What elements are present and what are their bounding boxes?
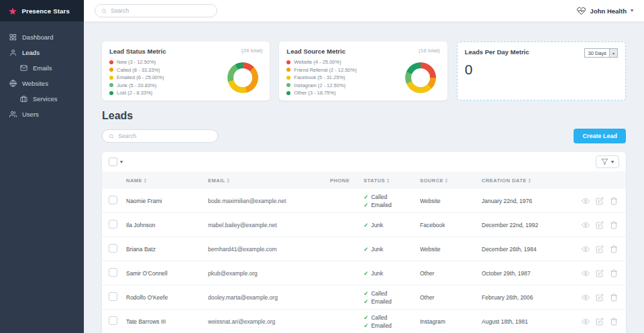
sidebar-item-services[interactable]: Services (0, 91, 84, 107)
legend-label: Emailed (6 - 25.00%) (117, 74, 164, 80)
view-icon[interactable] (582, 293, 590, 302)
column-header-status: STATUS (364, 178, 385, 184)
legend-dot (286, 91, 290, 95)
lead-status-legend: New (3 - 12.50%) Called (8 - 33.33%) Ema… (109, 59, 164, 96)
date-range-select[interactable]: 30 Days ▾ (584, 48, 618, 58)
edit-icon[interactable] (596, 197, 604, 205)
legend-item: Website (4 - 25.00%) (286, 59, 356, 65)
sort-icon[interactable]: ▴▾ (387, 178, 389, 184)
cell-actions (570, 318, 626, 326)
legend-dot (109, 91, 113, 95)
legend-item: New (3 - 12.50%) (109, 59, 164, 65)
table-row: Ila Johnson mabel.bailey@example.net ✓Ju… (102, 213, 626, 237)
chevron-down-icon: ▾ (631, 8, 633, 13)
create-lead-button[interactable]: Create Lead (574, 129, 626, 143)
sidebar-item-leads[interactable]: Leads (0, 45, 84, 60)
app-title: Presence Stars (21, 7, 69, 15)
row-checkbox[interactable] (109, 220, 117, 228)
status-label: Called (371, 290, 387, 297)
envelope-icon (20, 64, 28, 72)
leads-search-input[interactable] (118, 133, 211, 139)
cell-creation-date: December 22nd, 1992 (482, 222, 570, 228)
lead-source-legend: Website (4 - 25.00%) Friend Referral (2 … (286, 59, 356, 96)
sidebar: ★ Presence Stars Dashboard Leads Emails … (0, 0, 84, 333)
trash-icon[interactable] (610, 293, 618, 302)
legend-item: Facebook (5 - 31.25%) (286, 74, 356, 80)
cell-email: bode.maximilian@example.net (208, 198, 330, 204)
brand[interactable]: ★ Presence Stars (0, 0, 84, 21)
sort-icon[interactable]: ▴▾ (529, 178, 531, 184)
edit-icon[interactable] (596, 245, 604, 253)
cell-email: pkub@example.org (208, 270, 330, 277)
trash-icon[interactable] (610, 221, 618, 229)
row-checkbox[interactable] (109, 244, 117, 253)
status-label: Emailed (371, 298, 392, 305)
sidebar-item-emails[interactable]: Emails (0, 60, 84, 76)
column-header-creation-date: CREATION DATE (482, 178, 527, 184)
column-header-source: SOURCE (420, 178, 443, 184)
sort-icon[interactable]: ▴▾ (445, 178, 447, 184)
row-checkbox[interactable] (109, 316, 117, 325)
cell-email: bernhard41@example.com (208, 246, 330, 253)
legend-item: Lost (2 - 8.33%) (109, 90, 164, 96)
select-all-checkbox[interactable] (109, 157, 117, 166)
cell-email: weissnat.ari@example.org (208, 318, 330, 325)
row-checkbox[interactable] (109, 268, 117, 277)
status-label: Emailed (371, 322, 392, 329)
table-toolbar: ▾ ▾ (102, 152, 626, 172)
sort-icon[interactable]: ▴▾ (144, 178, 146, 184)
global-search-input[interactable] (111, 7, 211, 14)
status-label: Emailed (371, 202, 392, 208)
lead-status-donut-chart (227, 62, 258, 93)
cell-actions (570, 197, 626, 205)
view-icon[interactable] (582, 245, 590, 253)
sidebar-item-websites[interactable]: Websites (0, 76, 84, 91)
leads-per-day-value: 0 (465, 62, 618, 78)
leads-actions-row: Create Lead (102, 129, 626, 143)
legend-label: Friend Referral (2 - 12.50%) (294, 67, 356, 73)
legend-dot (109, 68, 113, 72)
column-header-phone: PHONE (330, 178, 350, 184)
search-icon (101, 8, 107, 14)
briefcase-icon (20, 95, 28, 103)
user-icon (9, 49, 17, 56)
user-menu[interactable]: John Health ▾ (576, 6, 633, 15)
app-window: ★ Presence Stars Dashboard Leads Emails … (0, 0, 644, 333)
heart-pulse-icon (576, 6, 586, 15)
trash-icon[interactable] (610, 197, 618, 205)
edit-icon[interactable] (596, 293, 604, 302)
view-icon[interactable] (582, 269, 590, 277)
legend-label: Other (3 - 18.75%) (294, 90, 335, 96)
check-icon: ✓ (364, 194, 368, 200)
cell-status: ✓Junk (364, 246, 420, 253)
view-icon[interactable] (582, 221, 590, 229)
check-icon: ✓ (364, 246, 368, 253)
bulk-select-control[interactable]: ▾ (109, 157, 123, 166)
view-icon[interactable] (582, 318, 590, 326)
trash-icon[interactable] (610, 318, 618, 326)
cell-creation-date: December 26th, 1984 (482, 246, 570, 253)
cell-creation-date: February 26th, 2006 (482, 294, 570, 301)
edit-icon[interactable] (596, 221, 604, 229)
lead-source-donut-chart (405, 62, 436, 93)
view-icon[interactable] (582, 197, 590, 205)
status-label: Junk (371, 270, 383, 277)
row-checkbox[interactable] (109, 196, 117, 204)
sidebar-item-users[interactable]: Users (0, 107, 84, 122)
trash-icon[interactable] (610, 269, 618, 277)
cell-status: ✓Junk (364, 222, 420, 228)
check-icon: ✓ (364, 298, 368, 305)
column-header-email: EMAIL (208, 178, 225, 184)
filter-button[interactable]: ▾ (596, 155, 619, 168)
legend-dot (286, 76, 290, 80)
card-title: Lead Source Metric (286, 48, 345, 55)
legend-dot (286, 68, 290, 72)
row-checkbox[interactable] (109, 292, 117, 301)
sidebar-item-dashboard[interactable]: Dashboard (0, 29, 84, 45)
cell-name: Tate Barrows III (126, 318, 208, 325)
edit-icon[interactable] (596, 318, 604, 326)
sort-icon[interactable]: ▴▾ (227, 178, 229, 184)
card-title: Leads Per Day Metric (465, 48, 529, 56)
edit-icon[interactable] (596, 269, 604, 277)
trash-icon[interactable] (610, 245, 618, 253)
